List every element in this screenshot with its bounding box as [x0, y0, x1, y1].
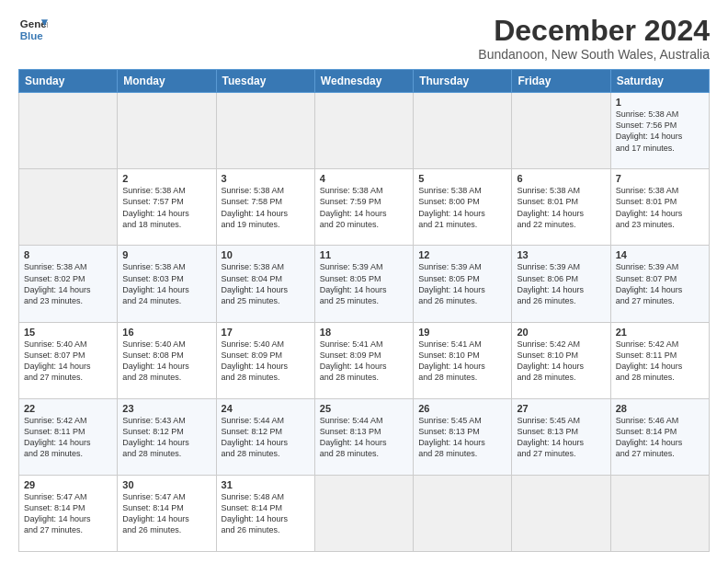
calendar-week-2: 8Sunrise: 5:38 AM Sunset: 8:02 PM Daylig… — [19, 246, 710, 322]
day-number: 4 — [320, 173, 408, 184]
day-info: Sunrise: 5:38 AM Sunset: 7:58 PM Dayligh… — [222, 185, 310, 230]
day-number: 31 — [222, 479, 310, 490]
calendar-cell — [118, 93, 216, 169]
day-info: Sunrise: 5:38 AM Sunset: 7:59 PM Dayligh… — [320, 185, 408, 230]
calendar-week-3: 15Sunrise: 5:40 AM Sunset: 8:07 PM Dayli… — [19, 322, 710, 398]
day-info: Sunrise: 5:40 AM Sunset: 8:07 PM Dayligh… — [24, 339, 112, 384]
day-number: 26 — [418, 403, 506, 414]
calendar-cell: 9Sunrise: 5:38 AM Sunset: 8:03 PM Daylig… — [118, 246, 216, 322]
day-number: 14 — [616, 249, 704, 260]
day-number: 7 — [616, 173, 704, 184]
day-number: 12 — [418, 249, 506, 260]
calendar-cell: 7Sunrise: 5:38 AM Sunset: 8:01 PM Daylig… — [610, 169, 709, 246]
day-info: Sunrise: 5:38 AM Sunset: 7:56 PM Dayligh… — [616, 109, 704, 154]
day-info: Sunrise: 5:46 AM Sunset: 8:14 PM Dayligh… — [616, 415, 704, 460]
calendar-cell: 24Sunrise: 5:44 AM Sunset: 8:12 PM Dayli… — [216, 398, 314, 475]
day-number: 28 — [616, 403, 704, 414]
calendar-cell — [414, 475, 512, 551]
calendar-cell: 27Sunrise: 5:45 AM Sunset: 8:13 PM Dayli… — [512, 398, 610, 475]
calendar-cell: 19Sunrise: 5:41 AM Sunset: 8:10 PM Dayli… — [414, 322, 512, 398]
day-info: Sunrise: 5:42 AM Sunset: 8:11 PM Dayligh… — [24, 415, 112, 460]
day-number: 19 — [418, 327, 506, 338]
calendar-cell — [19, 93, 118, 169]
calendar-cell: 17Sunrise: 5:40 AM Sunset: 8:09 PM Dayli… — [216, 322, 314, 398]
calendar-cell: 23Sunrise: 5:43 AM Sunset: 8:12 PM Dayli… — [118, 398, 216, 475]
calendar-cell: 22Sunrise: 5:42 AM Sunset: 8:11 PM Dayli… — [19, 398, 118, 475]
calendar-header-friday: Friday — [512, 70, 610, 93]
calendar-cell — [512, 475, 610, 551]
logo: General Blue — [18, 15, 48, 44]
calendar-cell: 10Sunrise: 5:38 AM Sunset: 8:04 PM Dayli… — [216, 246, 314, 322]
calendar-week-4: 22Sunrise: 5:42 AM Sunset: 8:11 PM Dayli… — [19, 398, 710, 475]
day-number: 1 — [616, 97, 704, 108]
calendar-cell: 5Sunrise: 5:38 AM Sunset: 8:00 PM Daylig… — [414, 169, 512, 246]
day-info: Sunrise: 5:39 AM Sunset: 8:07 PM Dayligh… — [616, 261, 704, 306]
title-block: December 2024 Bundanoon, New South Wales… — [478, 15, 710, 62]
calendar-cell: 30Sunrise: 5:47 AM Sunset: 8:14 PM Dayli… — [118, 475, 216, 551]
day-info: Sunrise: 5:38 AM Sunset: 8:01 PM Dayligh… — [517, 185, 605, 230]
calendar-cell: 15Sunrise: 5:40 AM Sunset: 8:07 PM Dayli… — [19, 322, 118, 398]
day-info: Sunrise: 5:38 AM Sunset: 7:57 PM Dayligh… — [122, 185, 210, 230]
day-number: 20 — [517, 327, 605, 338]
day-number: 6 — [517, 173, 605, 184]
day-number: 24 — [222, 403, 310, 414]
day-info: Sunrise: 5:38 AM Sunset: 8:03 PM Dayligh… — [122, 261, 210, 306]
calendar-cell: 13Sunrise: 5:39 AM Sunset: 8:06 PM Dayli… — [512, 246, 610, 322]
calendar-cell: 16Sunrise: 5:40 AM Sunset: 8:08 PM Dayli… — [118, 322, 216, 398]
calendar-cell: 20Sunrise: 5:42 AM Sunset: 8:10 PM Dayli… — [512, 322, 610, 398]
day-info: Sunrise: 5:47 AM Sunset: 8:14 PM Dayligh… — [24, 491, 112, 536]
day-number: 16 — [122, 327, 210, 338]
calendar-cell — [512, 93, 610, 169]
calendar-header-monday: Monday — [118, 70, 216, 93]
day-info: Sunrise: 5:40 AM Sunset: 8:09 PM Dayligh… — [222, 339, 310, 384]
calendar-cell: 26Sunrise: 5:45 AM Sunset: 8:13 PM Dayli… — [414, 398, 512, 475]
day-info: Sunrise: 5:41 AM Sunset: 8:10 PM Dayligh… — [418, 339, 506, 384]
subtitle: Bundanoon, New South Wales, Australia — [478, 47, 710, 62]
page: General Blue December 2024 Bundanoon, Ne… — [0, 0, 728, 563]
calendar-cell: 31Sunrise: 5:48 AM Sunset: 8:14 PM Dayli… — [216, 475, 314, 551]
day-info: Sunrise: 5:39 AM Sunset: 8:06 PM Dayligh… — [517, 261, 605, 306]
calendar-cell: 11Sunrise: 5:39 AM Sunset: 8:05 PM Dayli… — [314, 246, 413, 322]
day-info: Sunrise: 5:42 AM Sunset: 8:11 PM Dayligh… — [616, 339, 704, 384]
calendar-cell: 29Sunrise: 5:47 AM Sunset: 8:14 PM Dayli… — [19, 475, 118, 551]
day-info: Sunrise: 5:39 AM Sunset: 8:05 PM Dayligh… — [418, 261, 506, 306]
calendar-header-row: SundayMondayTuesdayWednesdayThursdayFrid… — [19, 70, 710, 93]
day-number: 11 — [320, 249, 408, 260]
day-number: 23 — [122, 403, 210, 414]
calendar-cell — [610, 475, 709, 551]
calendar-cell: 25Sunrise: 5:44 AM Sunset: 8:13 PM Dayli… — [314, 398, 413, 475]
calendar-cell: 8Sunrise: 5:38 AM Sunset: 8:02 PM Daylig… — [19, 246, 118, 322]
day-number: 15 — [24, 327, 112, 338]
calendar-week-5: 29Sunrise: 5:47 AM Sunset: 8:14 PM Dayli… — [19, 475, 710, 551]
day-info: Sunrise: 5:44 AM Sunset: 8:13 PM Dayligh… — [320, 415, 408, 460]
day-number: 8 — [24, 249, 112, 260]
calendar-cell: 1Sunrise: 5:38 AM Sunset: 7:56 PM Daylig… — [610, 93, 709, 169]
main-title: December 2024 — [478, 15, 710, 47]
calendar-cell — [314, 475, 413, 551]
calendar-cell: 2Sunrise: 5:38 AM Sunset: 7:57 PM Daylig… — [118, 169, 216, 246]
day-info: Sunrise: 5:40 AM Sunset: 8:08 PM Dayligh… — [122, 339, 210, 384]
day-info: Sunrise: 5:45 AM Sunset: 8:13 PM Dayligh… — [517, 415, 605, 460]
calendar-header-wednesday: Wednesday — [314, 70, 413, 93]
day-number: 9 — [122, 249, 210, 260]
calendar-cell: 14Sunrise: 5:39 AM Sunset: 8:07 PM Dayli… — [610, 246, 709, 322]
calendar-cell: 21Sunrise: 5:42 AM Sunset: 8:11 PM Dayli… — [610, 322, 709, 398]
day-number: 5 — [418, 173, 506, 184]
day-number: 21 — [616, 327, 704, 338]
header: General Blue December 2024 Bundanoon, Ne… — [18, 15, 710, 62]
calendar-cell: 28Sunrise: 5:46 AM Sunset: 8:14 PM Dayli… — [610, 398, 709, 475]
day-number: 29 — [24, 479, 112, 490]
day-info: Sunrise: 5:38 AM Sunset: 8:02 PM Dayligh… — [24, 261, 112, 306]
calendar-cell: 3Sunrise: 5:38 AM Sunset: 7:58 PM Daylig… — [216, 169, 314, 246]
calendar-cell — [19, 169, 118, 246]
calendar-week-0: 1Sunrise: 5:38 AM Sunset: 7:56 PM Daylig… — [19, 93, 710, 169]
day-number: 10 — [222, 249, 310, 260]
day-info: Sunrise: 5:42 AM Sunset: 8:10 PM Dayligh… — [517, 339, 605, 384]
calendar-cell — [414, 93, 512, 169]
day-number: 2 — [122, 173, 210, 184]
calendar-table: SundayMondayTuesdayWednesdayThursdayFrid… — [18, 69, 710, 552]
calendar-week-1: 2Sunrise: 5:38 AM Sunset: 7:57 PM Daylig… — [19, 169, 710, 246]
day-info: Sunrise: 5:47 AM Sunset: 8:14 PM Dayligh… — [122, 491, 210, 536]
day-info: Sunrise: 5:38 AM Sunset: 8:04 PM Dayligh… — [222, 261, 310, 306]
day-info: Sunrise: 5:48 AM Sunset: 8:14 PM Dayligh… — [222, 491, 310, 536]
